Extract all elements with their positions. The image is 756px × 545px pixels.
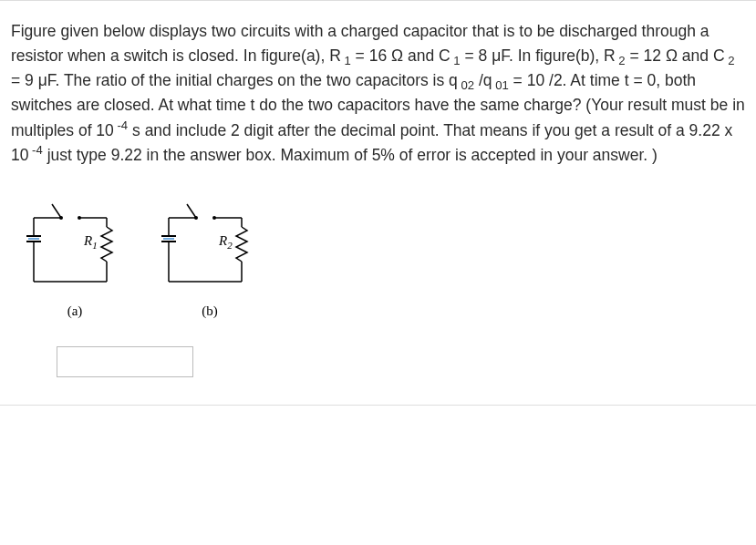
subscript: 02	[458, 78, 474, 92]
text-part: just type 9.22 in the answer box. Maximu…	[43, 146, 658, 164]
svg-point-24	[212, 216, 216, 220]
circuit-b-label: (b)	[202, 303, 218, 319]
svg-line-10	[52, 204, 61, 218]
svg-point-9	[78, 216, 81, 220]
text-part: = 9 μF. The ratio of the initial charges…	[11, 71, 458, 89]
text-part: = 8 μF. In figure(b), R	[461, 46, 616, 65]
superscript: -4	[114, 118, 128, 132]
text-part: = 16 Ω and C	[351, 46, 450, 65]
circuit-b-svg: C2 R2	[155, 190, 264, 300]
text-part: /q	[474, 71, 492, 89]
circuits-figure: C1 R1 (a) C2 R2	[20, 190, 745, 319]
circuit-a-label: (a)	[67, 303, 83, 319]
circuit-a-svg: C1 R1	[20, 190, 129, 300]
subscript: 2	[616, 54, 626, 67]
answer-input[interactable]	[57, 346, 193, 377]
question-container: Figure given below displays two circuits…	[0, 0, 756, 406]
circuit-b: C2 R2 (b)	[155, 190, 264, 319]
subscript: 01	[492, 78, 509, 92]
svg-text:C2: C2	[155, 233, 156, 251]
text-part: = 12 Ω and C	[630, 46, 725, 65]
question-text: Figure given below displays two circuits…	[11, 19, 745, 168]
subscript: 1	[450, 54, 461, 67]
superscript: -4	[28, 143, 42, 157]
subscript: 1	[341, 54, 351, 67]
svg-line-25	[187, 204, 196, 218]
svg-text:R2: R2	[218, 233, 233, 251]
subscript: 2	[725, 54, 735, 67]
svg-text:R1: R1	[83, 233, 98, 251]
circuit-a: C1 R1 (a)	[20, 190, 129, 319]
